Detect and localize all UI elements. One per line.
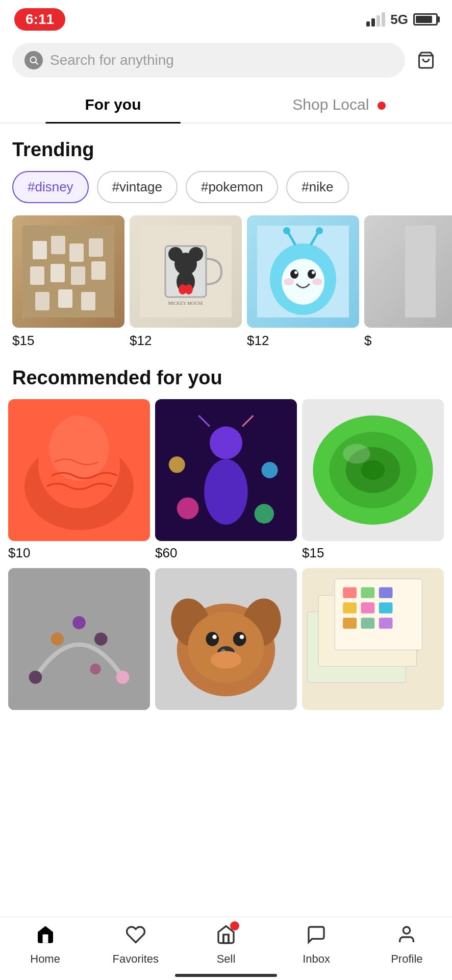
nav-profile-label: Profile [391,952,422,966]
rec-image [155,568,297,710]
svg-point-65 [90,664,101,674]
rec-card[interactable] [155,568,297,716]
svg-point-94 [404,927,410,934]
signal-icon [366,12,385,27]
product-price: $15 [12,333,124,352]
rec-image [155,399,297,541]
nav-sell-label: Sell [217,952,236,966]
rec-card[interactable]: $10 [8,399,150,563]
tab-for-you[interactable]: For you [0,86,226,122]
nav-sell[interactable]: Sell [198,924,254,966]
profile-icon [396,924,417,949]
cart-icon[interactable] [412,46,440,74]
svg-point-61 [51,632,64,646]
svg-point-56 [361,460,385,480]
nav-favorites[interactable]: Favorites [108,924,164,966]
svg-rect-14 [58,289,72,308]
svg-point-20 [189,247,203,261]
sell-badge [230,921,239,930]
svg-point-57 [343,444,370,463]
svg-point-60 [29,671,42,684]
tab-shop-local[interactable]: Shop Local [226,86,452,122]
product-card[interactable]: $ [364,215,452,352]
svg-point-64 [116,671,130,684]
product-image [247,215,359,328]
svg-rect-15 [81,292,95,310]
svg-point-45 [204,459,248,525]
search-container: Search for anything [0,35,452,86]
rec-card[interactable] [302,568,444,716]
rec-price: $15 [302,545,444,563]
status-bar: 6:11 5G [0,0,452,35]
shop-local-dot [378,102,386,110]
svg-rect-6 [51,236,65,254]
svg-rect-9 [30,266,44,285]
svg-point-0 [30,57,36,63]
svg-rect-59 [8,568,150,710]
svg-rect-87 [379,602,393,613]
svg-point-28 [283,227,290,234]
nav-favorites-label: Favorites [113,952,159,966]
svg-rect-10 [51,264,65,282]
rec-card[interactable] [8,568,150,716]
svg-point-63 [94,632,108,646]
tag-nike[interactable]: #nike [286,171,348,203]
svg-point-30 [316,227,323,234]
inbox-icon [306,924,327,949]
svg-text:MICKEY MOUSE: MICKEY MOUSE [168,301,204,306]
svg-rect-83 [361,587,374,598]
svg-rect-89 [361,618,374,628]
tabs: For you Shop Local [0,86,452,124]
rec-card[interactable]: $15 [302,399,444,563]
tag-disney[interactable]: #disney [12,171,89,203]
svg-point-62 [72,616,86,629]
svg-point-33 [308,270,316,279]
svg-point-49 [262,462,278,478]
nav-profile[interactable]: Profile [379,924,435,966]
svg-point-44 [210,426,242,459]
product-card[interactable]: $12 [247,215,359,352]
svg-point-77 [211,651,241,669]
trending-products: $15 [0,215,452,352]
svg-rect-11 [71,266,85,285]
main-content: Trending #disney #vintage #pokemon #nike [0,124,452,788]
svg-point-74 [240,634,244,639]
svg-point-32 [290,270,298,279]
svg-rect-85 [343,602,357,613]
nav-home-label: Home [30,952,60,966]
trending-tags: #disney #vintage #pokemon #nike [0,171,452,215]
favorites-icon [125,924,146,949]
svg-rect-38 [405,226,436,317]
svg-line-1 [36,62,38,65]
home-indicator [175,974,277,977]
nav-inbox[interactable]: Inbox [288,924,344,966]
rec-image [302,568,444,710]
nav-home[interactable]: Home [17,924,73,966]
search-bar[interactable]: Search for anything [12,43,405,78]
svg-rect-88 [343,618,357,628]
network-label: 5G [390,12,408,28]
svg-rect-8 [89,238,103,257]
tag-vintage[interactable]: #vintage [97,171,178,203]
product-card[interactable]: MICKEY MOUSE $12 [130,215,242,352]
rec-image [8,399,150,541]
rec-price: $10 [8,545,150,563]
search-placeholder: Search for anything [50,52,174,68]
svg-rect-13 [35,292,49,310]
product-card[interactable]: $15 [12,215,124,352]
svg-point-73 [212,634,217,639]
search-icon [24,51,43,69]
svg-rect-12 [91,261,106,280]
svg-point-37 [312,278,322,285]
svg-rect-90 [379,618,393,628]
tag-pokemon[interactable]: #pokemon [186,171,278,203]
svg-point-72 [233,632,246,646]
svg-point-42 [49,415,109,481]
rec-card[interactable]: $60 [155,399,297,563]
svg-rect-7 [69,243,84,262]
home-icon [35,924,56,949]
battery-fill [416,16,432,23]
status-time: 6:11 [14,8,65,31]
svg-rect-86 [361,602,374,613]
trending-title: Trending [0,124,452,171]
